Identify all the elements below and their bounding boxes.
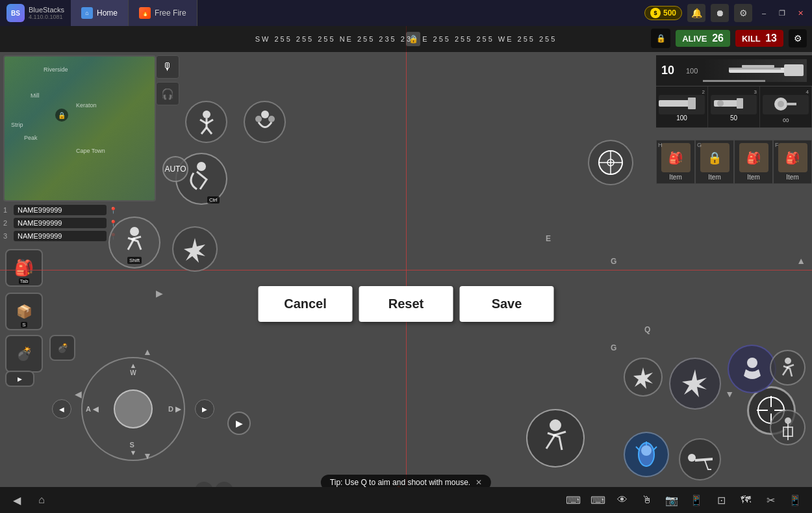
taskbar-screen-button[interactable]: ⊡	[709, 490, 733, 510]
cancel-button[interactable]: Cancel	[259, 286, 353, 322]
dialog-buttons: Cancel Reset Save	[259, 286, 554, 322]
restore-button[interactable]: ❐	[776, 7, 789, 20]
joy-right-button[interactable]: ▶	[195, 399, 214, 419]
mic-button[interactable]: 🎙	[156, 55, 179, 79]
stand-icon	[194, 109, 220, 135]
player-name-bg-2: NAME999999	[14, 218, 107, 228]
item-slot-2[interactable]: G 🔒 Item	[695, 140, 734, 184]
big-run-button[interactable]	[526, 409, 585, 467]
bluestacks-icon: BS	[6, 4, 25, 22]
tip-close-button[interactable]: ✕	[476, 478, 482, 487]
scope-button[interactable]	[588, 140, 633, 185]
alive-count: 26	[712, 33, 724, 44]
item-label-2: Item	[708, 174, 720, 181]
taskbar-mobile-button[interactable]: 📱	[783, 490, 807, 510]
weapon-slot-3-image	[711, 95, 757, 114]
joystick-outer[interactable]: ▲ W S ▼ D ▶ A ◀	[81, 357, 185, 461]
tab-game[interactable]: 🔥 Free Fire	[129, 0, 197, 26]
svg-point-33	[785, 358, 791, 364]
slot-ammo-3: 50	[730, 114, 737, 122]
player-num-3: 3	[3, 232, 11, 240]
record-button[interactable]: ⏺	[711, 4, 729, 22]
auto-run-button[interactable]: AUTO	[162, 156, 188, 182]
taskbar-camera-button[interactable]: 📷	[660, 490, 683, 510]
bluestacks-logo: BS BlueStacks 4.110.0.1081	[0, 4, 71, 22]
item-slot-4[interactable]: F 🎒 Item	[773, 140, 812, 184]
item-slot-1[interactable]: H 🎒 Item	[656, 140, 695, 184]
weapon-image	[703, 59, 807, 82]
taskbar-mouse-button[interactable]: 🖱	[635, 490, 659, 510]
items-button[interactable]: 📦 S	[5, 293, 43, 330]
joy-d-label: D	[168, 405, 173, 413]
grenade2-button[interactable]: 💣	[49, 335, 75, 361]
coin-icon: $	[650, 8, 661, 18]
action-circle-stand[interactable]	[185, 101, 227, 143]
item-img-1: 🎒	[661, 143, 691, 172]
weapon-panel: 10 100 2 1	[656, 55, 812, 128]
character-skill-button[interactable]	[728, 345, 776, 393]
taskbar-keyboard2-button[interactable]: ⌨	[586, 490, 609, 510]
bag-button[interactable]: 🎒 Tab	[5, 249, 43, 287]
taskbar-eye-button[interactable]: 👁	[611, 490, 634, 510]
joystick-area[interactable]: ◀ ▶ ▲ W S ▼ D ▶ A ◀	[81, 357, 185, 461]
joy-east: D ▶	[168, 405, 181, 414]
close-button[interactable]: ✕	[794, 7, 807, 20]
svg-point-21	[778, 101, 784, 107]
taskbar-back-button[interactable]: ◀	[5, 490, 29, 510]
item-slot-3[interactable]: 🎒 Item	[734, 140, 773, 184]
settings-button[interactable]: ⚙	[734, 4, 752, 22]
notification-button[interactable]: 🔔	[687, 4, 705, 22]
svg-point-9	[197, 162, 206, 171]
taskbar-keyboard-button[interactable]: ⌨	[561, 490, 585, 510]
grenade-button[interactable]: 💣	[5, 335, 43, 373]
svg-line-4	[201, 127, 207, 134]
weapon-slot-2[interactable]: 2 100	[656, 86, 708, 127]
joystick-knob[interactable]	[114, 389, 153, 428]
big-run-icon	[535, 417, 577, 460]
item-img-2: 🔒	[700, 143, 730, 172]
tab-home[interactable]: ⌂ Home	[71, 0, 129, 26]
taskbar-tablet-button[interactable]: 📱	[685, 490, 708, 510]
taskbar-home-button[interactable]: ⌂	[30, 490, 53, 510]
sprint-button[interactable]	[770, 350, 806, 386]
flashlight-button[interactable]	[624, 432, 669, 477]
minimize-button[interactable]: –	[757, 7, 770, 20]
taskbar-map-button[interactable]: 🗺	[734, 490, 757, 510]
kill-badge: KILL 13	[735, 30, 783, 47]
joy-west: A ◀	[86, 405, 98, 414]
app-version: 4.110.0.1081	[29, 14, 64, 20]
slot-num-4: 4	[763, 89, 809, 95]
weapon-slot-4[interactable]: 4 ∞	[760, 86, 812, 127]
joy-north: ▲ W	[130, 362, 137, 376]
coin-count: 500	[663, 8, 676, 18]
grenade2-icon: 💣	[57, 343, 68, 353]
action-circle-character[interactable]	[244, 101, 286, 143]
titlebar-right: $ 500 🔔 ⏺ ⚙ – ❐ ✕	[644, 4, 812, 22]
minimap-background: Riverside Mill Keraton Strip Peak Cape T…	[5, 57, 155, 200]
taskbar-scissors-button[interactable]: ✂	[759, 490, 782, 510]
item-img-3: 🎒	[739, 143, 768, 172]
right-skill-button[interactable]	[624, 358, 663, 397]
save-button[interactable]: Save	[460, 286, 554, 322]
hud-settings-button[interactable]: ⚙	[789, 29, 807, 47]
headphone-button[interactable]: 🎧	[156, 82, 179, 105]
joy-e-arrow: ▶	[175, 405, 181, 413]
run-button[interactable]: Shift	[108, 217, 160, 269]
right-skill-icon	[630, 364, 656, 390]
side-arrow: ▲	[796, 256, 806, 266]
sprint-icon	[776, 356, 800, 380]
joy-down-arrow: ▼	[143, 451, 152, 461]
play-button[interactable]: ▶	[227, 412, 251, 435]
prone-button[interactable]	[679, 438, 721, 480]
character-skill-icon	[736, 353, 768, 386]
expand-button[interactable]: ▶	[5, 371, 34, 387]
joy-left-button[interactable]: ◀	[52, 399, 71, 419]
skill-button[interactable]	[172, 226, 218, 272]
reset-button[interactable]: Reset	[359, 286, 453, 322]
snipe-button[interactable]	[770, 410, 806, 445]
svg-rect-16	[688, 98, 696, 109]
item-label-3: Item	[747, 174, 759, 181]
app-name: BlueStacks	[29, 6, 64, 14]
weapon-slot-3[interactable]: 3 50	[708, 86, 760, 127]
skill-attack-button[interactable]	[669, 358, 721, 410]
